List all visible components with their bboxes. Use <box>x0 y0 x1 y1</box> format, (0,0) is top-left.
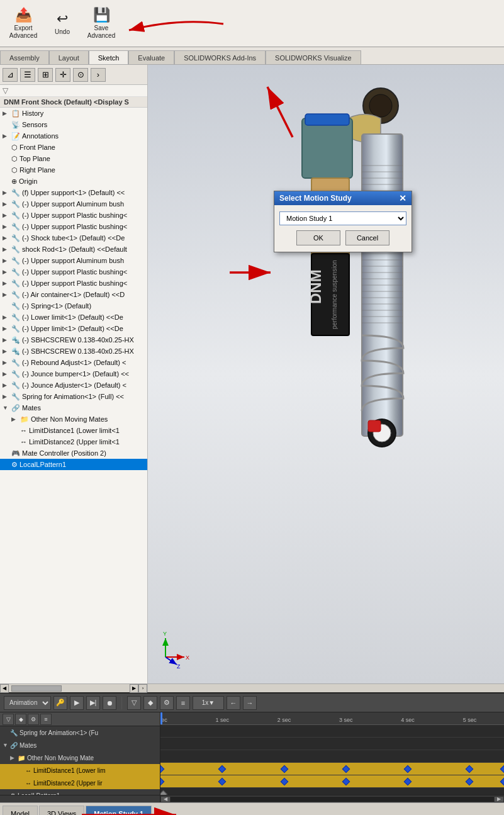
tree-item-rebound[interactable]: ▶ 🔧 (-) Rebound Adjust<1> (Default) < <box>0 357 147 368</box>
tree-item-right-plane[interactable]: ⬡ Right Plane <box>0 164 147 176</box>
3d-views-tab[interactable]: 3D Views <box>39 806 84 816</box>
tab-sketch[interactable]: Sketch <box>89 50 129 64</box>
expand-icon: ▶ <box>3 291 11 298</box>
tab-solidworks-addins[interactable]: SOLIDWORKS Add-Ins <box>174 50 266 64</box>
undo-button[interactable]: ↩ Undo <box>44 3 81 43</box>
main-layout: ⊿ ☰ ⊞ ✛ ⊙ › ▽ DNM Front Shock (Default) … <box>0 65 504 683</box>
tree-item-air-container[interactable]: ▶ 🔧 (-) Air container<1> (Default) <<D <box>0 289 147 300</box>
panel-expand-btn[interactable]: › <box>91 68 106 82</box>
tree-item-spring-anim[interactable]: ▶ 🔧 Spring for Animation<1> (Full) << <box>0 391 147 402</box>
motion-study-tab[interactable]: Motion Study 1 <box>86 806 152 816</box>
tree-item-upper-support-f[interactable]: ▶ 🔧 (f) Upper support<1> (Default) << <box>0 187 147 198</box>
tree-item-alum1[interactable]: ▶ 🔧 (-) Upper support Aluminum bush <box>0 198 147 210</box>
component-icon: 🔧 <box>11 234 20 242</box>
tab-layout[interactable]: Layout <box>49 50 89 64</box>
anim-limit-dist2[interactable]: ↔ LimitDistance2 (Upper lir <box>0 777 160 789</box>
key-button[interactable]: 🔑 <box>53 696 67 710</box>
track-limit1 <box>160 763 504 775</box>
scroll-track[interactable] <box>171 797 494 802</box>
animation-timeline[interactable]: 0 sec 1 sec 2 sec 3 sec 4 sec 5 sec <box>160 712 504 795</box>
viewport[interactable]: DNM performance suspension <box>148 65 504 683</box>
scroll-right-arrow[interactable]: ▶ <box>130 684 138 693</box>
tree-item-jounce-bumper[interactable]: ▶ 🔧 (-) Jounce bumper<1> (Default) << <box>0 368 147 379</box>
animation-type-dropdown[interactable]: Animation <box>4 696 51 710</box>
forward-button[interactable]: ▶| <box>86 696 100 710</box>
playhead[interactable] <box>160 712 162 724</box>
tab-evaluate[interactable]: Evaluate <box>128 50 174 64</box>
nav-prev-btn[interactable]: ← <box>227 696 240 710</box>
tree-item-alum2[interactable]: ▶ 🔧 (-) Upper support Aluminum bush <box>0 255 147 266</box>
tree-item-mate-controller[interactable]: 🎮 Mate Controller (Position 2) <box>0 447 147 459</box>
nav-next-btn[interactable]: → <box>243 696 257 710</box>
expand-icon: ▶ <box>3 314 11 320</box>
scroll-left-btn[interactable]: ◀ <box>160 796 171 802</box>
dialog-close-button[interactable]: ✕ <box>399 194 406 203</box>
tree-item-limit-dist1[interactable]: ↔ LimitDistance1 (Lower limit<1 <box>0 425 147 436</box>
anim-limit-dist1[interactable]: ↔ LimitDistance1 (Lower lim <box>0 764 160 777</box>
expand-icon <box>3 303 11 309</box>
component-icon: 🔧 <box>11 313 20 322</box>
tab-solidworks-visualize[interactable]: SOLIDWORKS Visualize <box>266 50 361 64</box>
tree-item-plast3[interactable]: ▶ 🔧 (-) Upper support Plastic bushing< <box>0 266 147 278</box>
expand-icon: ▶ <box>3 325 11 332</box>
scroll-thumb[interactable] <box>11 685 62 692</box>
more-anim-btn[interactable]: ≡ <box>176 696 190 710</box>
timeline-ruler: 0 sec 1 sec 2 sec 3 sec 4 sec 5 sec <box>160 712 504 725</box>
anim-other-non-moving[interactable]: ▶ 📁 Other Non Moving Mate <box>0 751 160 764</box>
panel-filter-btn[interactable]: ⊿ <box>3 68 18 82</box>
anim-mates-item[interactable]: ▼ 🔗 Mates <box>0 739 160 751</box>
motion-study-dropdown[interactable]: Motion Study 1 <box>279 211 406 225</box>
front-plane-icon: ⬡ <box>11 143 18 152</box>
record-button[interactable]: ⏺ <box>103 696 116 710</box>
tab-assembly[interactable]: Assembly <box>0 50 49 64</box>
panel-list-btn[interactable]: ☰ <box>20 68 35 82</box>
tree-item-shock-tube[interactable]: ▶ 🔧 (-) Shock tube<1> (Default) <<De <box>0 232 147 244</box>
dialog-ok-button[interactable]: OK <box>296 230 340 245</box>
tree-item-plast2[interactable]: ▶ 🔧 (-) Upper support Plastic bushing< <box>0 221 147 232</box>
filter-anim-btn[interactable]: ▽ <box>127 696 141 710</box>
tree-item-local-pattern[interactable]: ⚙ LocalLPattern1 <box>0 459 147 470</box>
expand-panel-arrow[interactable]: › <box>138 684 147 693</box>
tree-item-top-plane[interactable]: ⬡ Top Plane <box>0 153 147 164</box>
tree-item-lower-limit[interactable]: ▶ 🔧 (-) Lower limit<1> (Default) <<De <box>0 312 147 323</box>
expand-icon: ▶ <box>3 337 11 343</box>
scroll-left-arrow[interactable]: ◀ <box>0 684 9 693</box>
tree-item-sensors[interactable]: 📡 Sensors <box>0 119 147 130</box>
settings-anim-btn[interactable]: ⚙ <box>160 696 174 710</box>
tree-item-annotations[interactable]: ▶ 📝 Annotations <box>0 130 147 142</box>
tree-item-mates[interactable]: ▼ 🔗 Mates <box>0 402 147 413</box>
export-advanced-button[interactable]: 📤 Export Advanced <box>5 3 42 43</box>
model-tab[interactable]: Model <box>3 806 38 816</box>
export-advanced-label: Export Advanced <box>9 25 37 40</box>
tree-item-sbhcs2[interactable]: ▶ 🔩 (-) SBHCSCREW 0.138-40x0.25-HX <box>0 346 147 357</box>
key-tree-btn[interactable]: ◆ <box>15 714 26 725</box>
play-button[interactable]: ▶ <box>70 696 84 710</box>
animation-panel: Animation 🔑 ▶ ▶| ⏺ ▽ ◆ ⚙ ≡ 1x▼ ← → ▽ ◆ ⚙… <box>0 692 504 802</box>
key-anim-btn[interactable]: ◆ <box>143 696 157 710</box>
tree-item-plast4[interactable]: ▶ 🔧 (-) Upper support Plastic bushing< <box>0 278 147 289</box>
tree-item-spring[interactable]: 🔧 (-) Spring<1> (Default) <box>0 300 147 312</box>
save-advanced-button[interactable]: 💾 Save Advanced <box>83 3 120 43</box>
tree-item-upper-limit[interactable]: ▶ 🔧 (-) Upper limit<1> (Default) <<De <box>0 323 147 334</box>
anim-local-pattern[interactable]: ⚙ LocalLPattern1 <box>0 789 160 795</box>
scroll-right-btn[interactable]: ▶ <box>494 796 504 802</box>
settings-tree-btn[interactable]: ⚙ <box>28 714 39 725</box>
tree-item-front-plane[interactable]: ⬡ Front Plane <box>0 142 147 153</box>
panel-cross-btn[interactable]: ✛ <box>55 68 70 82</box>
tree-item-sbhcs1[interactable]: ▶ 🔩 (-) SBHCSCREW 0.138-40x0.25-HX <box>0 334 147 346</box>
tree-item-history[interactable]: ▶ 📋 History <box>0 108 147 119</box>
more-tree-btn[interactable]: ≡ <box>40 714 52 725</box>
panel-grid-btn[interactable]: ⊞ <box>38 68 53 82</box>
tree-item-limit-dist2[interactable]: ↔ LimitDistance2 (Upper limit<1 <box>0 436 147 447</box>
panel-circle-btn[interactable]: ⊙ <box>73 68 88 82</box>
expand-icon <box>3 729 10 736</box>
tree-item-other-non-moving[interactable]: ▶ 📁 Other Non Moving Mates <box>0 413 147 425</box>
anim-spring-item[interactable]: 🔧 Spring for Animation<1> (Fu <box>0 726 160 739</box>
dialog-cancel-button[interactable]: Cancel <box>345 230 389 245</box>
filter-tree-btn[interactable]: ▽ <box>3 714 14 725</box>
tree-item-plast1[interactable]: ▶ 🔧 (-) Upper support Plastic bushing< <box>0 210 147 221</box>
svg-rect-4 <box>305 114 349 125</box>
tree-item-shock-rod[interactable]: ▶ 🔧 shock Rod<1> (Default) <<Default <box>0 244 147 255</box>
tree-item-origin[interactable]: ⊕ Origin <box>0 176 147 187</box>
tree-item-jounce-adj[interactable]: ▶ 🔧 (-) Jounce Adjuster<1> (Default) < <box>0 379 147 391</box>
